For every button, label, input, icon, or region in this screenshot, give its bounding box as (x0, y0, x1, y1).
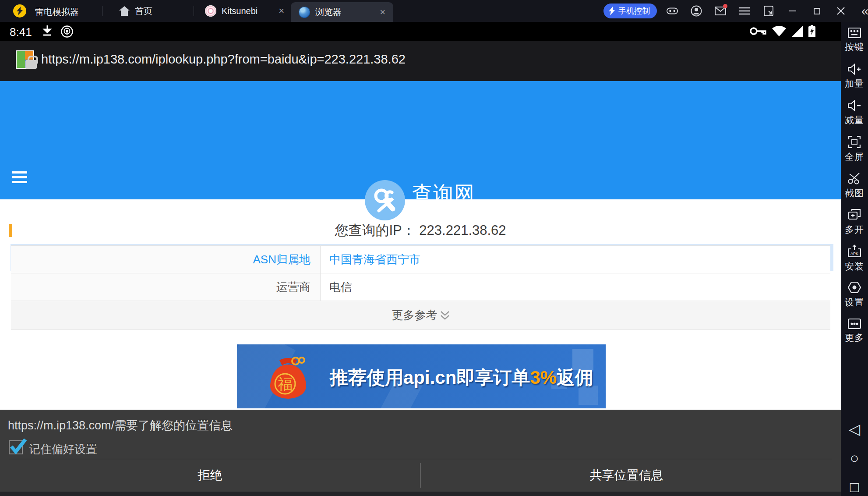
tab-home-label: 首页 (135, 5, 152, 17)
kitsunebi-status-icon (61, 25, 73, 38)
dialog-bottom-strip (0, 492, 841, 496)
table-row: 运营商 电信 (11, 273, 830, 301)
sidebar-item-multi-instance[interactable]: 多开 (841, 204, 868, 240)
signal-icon (792, 25, 803, 37)
asn-location-link[interactable]: 中国青海省西宁市 (321, 246, 830, 273)
more-reference-label: 更多参考 (392, 308, 438, 323)
keyboard-icon (848, 28, 861, 38)
svg-text:福: 福 (278, 376, 293, 392)
ldplayer-logo-icon (13, 4, 26, 18)
android-recents-button[interactable]: □ (850, 479, 859, 494)
sidebar-item-apk-install[interactable]: APK 安装 (841, 240, 868, 276)
settings-icon (847, 281, 861, 294)
volume-up-icon (847, 64, 861, 75)
emulator-sidebar: 按键 加量 减量 全屏 截图 多开 APK 安装 设置 (841, 22, 868, 496)
home-icon (119, 6, 130, 16)
volume-down-icon (847, 100, 861, 111)
more-icon (848, 319, 861, 329)
download-icon (42, 25, 53, 38)
titlebar-separator (102, 6, 102, 16)
chevron-double-down-icon (440, 310, 450, 321)
minimize-button[interactable] (787, 5, 798, 17)
tab-home[interactable]: 首页 (119, 0, 152, 22)
apk-install-icon: APK (847, 244, 861, 258)
collapse-sidebar-icon[interactable]: « (859, 5, 868, 17)
kitsunebi-app-icon (205, 5, 216, 17)
site-domain: iP138.com (412, 208, 475, 223)
browser-url-bar: https://m.ip138.com/iplookup.php?from=ba… (0, 41, 841, 81)
battery-charging-icon (808, 25, 815, 37)
row-label: ASN归属地 (11, 246, 321, 273)
site-favicon (16, 50, 34, 69)
titlebar-separator (194, 6, 194, 16)
phone-control-button[interactable]: 手机控制 (603, 4, 657, 18)
account-icon[interactable] (691, 5, 702, 17)
android-home-button[interactable]: ○ (850, 450, 859, 465)
android-status-bar: 8:41 (0, 22, 841, 41)
deny-button[interactable]: 拒绝 (0, 459, 420, 492)
row-value: 电信 (321, 273, 830, 301)
emulator-titlebar: 雷电模拟器 首页 Kitsunebi × 浏览器 × 手机控制 (0, 0, 868, 22)
share-location-button[interactable]: 共享位置信息 (421, 459, 832, 492)
menu-icon[interactable] (739, 5, 750, 17)
svg-text:APK: APK (850, 252, 858, 256)
checkmark-icon (9, 438, 27, 455)
ip-result-table: ASN归属地 中国青海省西宁市 运营商 电信 更多参考 (11, 245, 830, 330)
close-tab-icon[interactable]: × (380, 7, 385, 17)
lightning-icon (608, 7, 616, 15)
promo-banner[interactable]: 福 推荐使用api.cn即享订单3%返佣 (237, 344, 606, 408)
remember-checkbox-label[interactable]: 记住偏好设置 (29, 442, 97, 457)
site-menu-icon[interactable] (12, 171, 27, 183)
vpn-key-icon (750, 27, 766, 35)
site-name: 查询网 (412, 180, 475, 207)
sidebar-item-more[interactable]: 更多 (841, 313, 868, 349)
emulator-window: 雷电模拟器 首页 Kitsunebi × 浏览器 × 手机控制 (0, 0, 868, 496)
tab-browser-label: 浏览器 (315, 6, 342, 18)
tab-kitsunebi[interactable]: Kitsunebi × (205, 0, 284, 22)
wifi-icon (772, 25, 787, 37)
messages-icon[interactable] (715, 5, 726, 17)
sidebar-item-volume-up[interactable]: 加量 (841, 58, 868, 95)
banner-highlight: 3% (530, 367, 557, 388)
gamepad-icon[interactable] (667, 5, 678, 17)
banner-text: 推荐使用api.cn即享订单3%返佣 (330, 365, 593, 390)
sidebar-item-keymapping[interactable]: 按键 (841, 22, 868, 58)
sidebar-item-volume-down[interactable]: 减量 (841, 95, 868, 131)
row-label: 运营商 (11, 273, 321, 301)
url-field[interactable]: https://m.ip138.com/iplookup.php?from=ba… (41, 52, 406, 67)
tab-kitsunebi-label: Kitsunebi (222, 6, 258, 16)
queried-ip-heading: 您查询的IP： 223.221.38.62 (0, 221, 841, 240)
notification-badge (723, 4, 727, 8)
more-reference-toggle[interactable]: 更多参考 (11, 301, 830, 330)
site-header: 查询网 iP138.com iP地址归属地查询 223.221.38.62 (0, 81, 841, 199)
location-permission-dialog: https://m.ip138.com/需要了解您的位置信息 记住偏好设置 拒绝… (0, 410, 841, 496)
clock: 8:41 (10, 25, 32, 39)
close-window-button[interactable] (835, 5, 847, 17)
rotate-screen-icon[interactable] (763, 5, 774, 17)
close-tab-icon[interactable]: × (279, 6, 284, 16)
secure-lock-icon (25, 60, 37, 69)
tab-browser-active[interactable]: 浏览器 × (291, 2, 393, 22)
android-back-button[interactable]: ◁ (849, 422, 860, 436)
browser-globe-icon (299, 7, 310, 18)
permission-message: https://m.ip138.com/需要了解您的位置信息 (8, 418, 233, 433)
app-title: 雷电模拟器 (35, 6, 79, 18)
remember-checkbox[interactable] (9, 440, 23, 454)
lucky-bag-icon: 福 (262, 351, 314, 403)
tools-magnifier-icon (365, 180, 405, 220)
sidebar-item-screenshot[interactable]: 截图 (841, 167, 868, 204)
sidebar-item-settings[interactable]: 设置 (841, 276, 868, 313)
table-row: ASN归属地 中国青海省西宁市 (11, 246, 830, 273)
fullscreen-icon (848, 136, 861, 148)
screenshot-scissors-icon (848, 172, 861, 184)
multi-instance-icon (848, 209, 861, 221)
sidebar-item-fullscreen[interactable]: 全屏 (841, 131, 868, 167)
phone-control-label: 手机控制 (618, 6, 650, 16)
maximize-button[interactable] (811, 5, 822, 17)
site-logo[interactable]: 查询网 iP138.com (365, 180, 475, 223)
